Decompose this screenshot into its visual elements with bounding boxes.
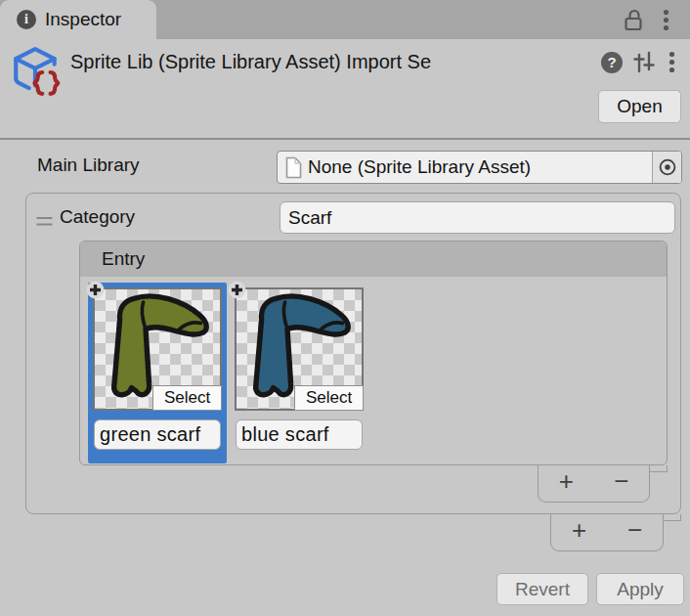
tab-label: Inspector [45, 9, 121, 30]
inspector-window: i Inspector [0, 0, 690, 616]
unlock-icon[interactable] [623, 8, 646, 36]
page-title: Sprite Lib (Sprite Library Asset) Import… [70, 51, 595, 78]
main-library-value: None (Sprite Library Asset) [308, 156, 652, 178]
entry-header: Entry [80, 242, 667, 277]
header-kebab-menu-icon[interactable] [668, 51, 675, 77]
category-name-input[interactable]: Scarf [280, 201, 675, 234]
sprite-thumbnail-green[interactable]: Select [93, 287, 222, 411]
tab-bar: i Inspector [0, 0, 690, 39]
revert-button[interactable]: Revert [496, 573, 588, 605]
kebab-menu-icon[interactable] [663, 9, 669, 35]
sprite-thumbnail-blue[interactable]: Select [235, 287, 364, 411]
entry-footer-notch [650, 465, 668, 472]
apply-button[interactable]: Apply [596, 573, 684, 605]
sprite-entry-cell-blue[interactable]: Select blue scarf [230, 283, 368, 463]
select-button[interactable]: Select [152, 385, 222, 411]
info-icon: i [17, 10, 36, 29]
tab-inspector[interactable]: i Inspector [0, 0, 156, 39]
plus-badge-icon [86, 281, 105, 303]
drag-handle-icon[interactable] [36, 213, 53, 231]
asset-file-icon [284, 156, 303, 179]
sprite-name-input[interactable]: blue scarf [236, 419, 363, 450]
open-button[interactable]: Open [598, 90, 681, 123]
plus-badge-icon [228, 281, 246, 303]
sprite-entry-grid: Select green scarf [88, 283, 368, 463]
entry-list-box: Entry Select [79, 241, 668, 465]
category-list-box: Category Scarf Entry Select [25, 193, 681, 514]
remove-entry-button[interactable]: − [594, 465, 650, 502]
inspector-header: Sprite Lib (Sprite Library Asset) Import… [0, 39, 690, 140]
presets-icon[interactable] [631, 51, 657, 78]
add-entry-button[interactable]: + [539, 465, 594, 502]
help-icon[interactable]: ? [601, 52, 623, 73]
category-label: Category [60, 206, 135, 228]
object-picker-icon[interactable] [652, 152, 681, 183]
entry-list-footer: + − [538, 465, 650, 503]
sprite-name-input[interactable]: green scarf [94, 419, 221, 450]
remove-category-button[interactable]: − [607, 514, 663, 550]
select-button[interactable]: Select [294, 385, 364, 411]
entry-label: Entry [80, 242, 145, 277]
sprite-entry-cell-green[interactable]: Select green scarf [88, 283, 227, 463]
add-category-button[interactable]: + [551, 514, 607, 550]
main-library-label: Main Library [37, 154, 140, 176]
category-list-footer: + − [550, 514, 664, 551]
category-footer-notch [664, 514, 681, 521]
main-library-object-field[interactable]: None (Sprite Library Asset) [277, 151, 682, 184]
sprite-library-asset-icon [10, 45, 63, 102]
